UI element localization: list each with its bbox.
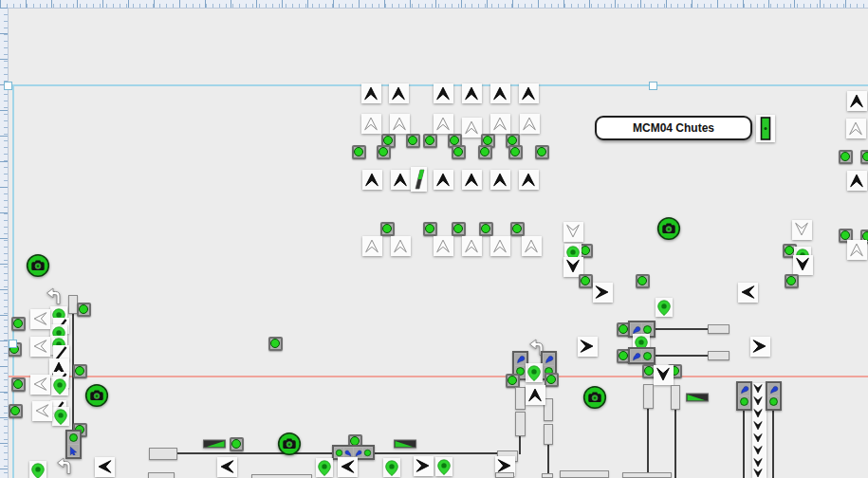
status-indicator[interactable]	[380, 222, 395, 236]
status-indicator[interactable]	[839, 150, 853, 164]
chevron-up-white-icon[interactable]	[361, 114, 381, 134]
conveyor-segment[interactable]	[708, 351, 729, 360]
conveyor-segment[interactable]	[542, 473, 553, 478]
conveyor-segment[interactable]	[544, 398, 553, 421]
conveyor-segment[interactable]	[148, 472, 175, 478]
chevron-up-black-icon[interactable]	[519, 170, 539, 190]
chevron-up-black-icon[interactable]	[389, 83, 409, 103]
chevron-left-white-icon[interactable]	[30, 337, 50, 357]
conveyor-segment[interactable]	[643, 384, 654, 409]
chevron-up-white-icon[interactable]	[520, 114, 540, 134]
chevron-up-black-icon[interactable]	[361, 83, 381, 103]
camera-icon[interactable]	[84, 383, 109, 408]
conveyor-segment[interactable]	[495, 472, 514, 478]
conveyor-segment[interactable]	[515, 387, 526, 410]
status-indicator[interactable]	[352, 145, 366, 159]
chevron-up-black-icon[interactable]	[434, 170, 453, 190]
camera-icon[interactable]	[277, 432, 302, 456]
chevron-left-black-icon[interactable]	[338, 457, 358, 477]
status-indicator[interactable]	[545, 373, 559, 387]
status-indicator[interactable]	[510, 222, 525, 236]
chevron-left-black-icon[interactable]	[738, 283, 758, 303]
status-indicator[interactable]	[636, 274, 650, 288]
device-box[interactable]	[736, 381, 752, 411]
status-indicator[interactable]	[579, 274, 593, 288]
chevron-down-black-icon[interactable]	[654, 365, 674, 385]
chevron-left-white-icon[interactable]	[32, 401, 52, 421]
chevron-up-white-icon[interactable]	[390, 114, 410, 134]
status-indicator[interactable]	[77, 303, 91, 317]
status-indicator[interactable]	[230, 437, 244, 451]
chevron-left-black-icon[interactable]	[217, 457, 237, 477]
status-indicator[interactable]	[423, 222, 437, 236]
chevron-up-white-icon[interactable]	[490, 114, 510, 134]
chevron-right-black-icon[interactable]	[750, 337, 770, 357]
chevron-up-white-icon[interactable]	[462, 118, 482, 138]
status-indicator[interactable]	[478, 145, 492, 159]
chevron-up-black-icon[interactable]	[462, 170, 482, 190]
turn-arrow-icon[interactable]	[55, 456, 74, 475]
device-box[interactable]	[65, 430, 82, 459]
chevron-up-black-icon[interactable]	[490, 83, 510, 103]
camera-icon[interactable]	[26, 253, 50, 278]
diverter-icon[interactable]	[411, 167, 427, 192]
chevron-up-white-icon[interactable]	[362, 236, 382, 256]
chevron-left-white-icon[interactable]	[30, 375, 50, 395]
speed-wedge-icon[interactable]	[394, 439, 416, 449]
location-pin-icon[interactable]	[316, 458, 333, 477]
status-indicator[interactable]	[406, 134, 420, 148]
status-indicator[interactable]	[423, 134, 437, 148]
location-pin-icon[interactable]	[656, 298, 673, 317]
chevron-up-white-icon[interactable]	[391, 236, 411, 256]
status-indicator[interactable]	[452, 222, 466, 236]
status-indicator[interactable]	[479, 222, 493, 236]
turn-arrow-icon[interactable]	[45, 286, 64, 305]
guide-handle[interactable]	[4, 82, 12, 90]
conveyor-segment[interactable]	[671, 385, 680, 410]
conveyor-segment[interactable]	[149, 448, 177, 460]
green-bar-indicator[interactable]	[756, 115, 775, 142]
chevron-down-white-icon[interactable]	[792, 220, 812, 240]
conveyor-segment[interactable]	[515, 412, 526, 436]
chevron-down-black-icon[interactable]	[752, 468, 766, 478]
chevron-up-black-icon[interactable]	[519, 83, 539, 103]
chevron-up-white-icon[interactable]	[522, 236, 542, 256]
chevron-up-white-icon[interactable]	[462, 236, 482, 256]
chevron-up-black-icon[interactable]	[526, 385, 545, 405]
conveyor-segment[interactable]	[251, 474, 312, 478]
status-indicator[interactable]	[11, 377, 26, 392]
conveyor-segment[interactable]	[544, 424, 553, 445]
label-box[interactable]: MCM04 Chutes	[595, 116, 752, 140]
chevron-up-black-icon[interactable]	[490, 170, 510, 190]
chevron-left-white-icon[interactable]	[30, 309, 50, 329]
device-box[interactable]	[766, 381, 782, 411]
chevron-right-black-icon[interactable]	[593, 283, 613, 303]
chevron-left-black-icon[interactable]	[95, 457, 115, 477]
guide-handle[interactable]	[649, 82, 657, 90]
chevron-down-black-icon[interactable]	[793, 255, 813, 275]
chevron-up-black-icon[interactable]	[847, 91, 867, 111]
status-indicator[interactable]	[377, 145, 391, 159]
speed-wedge-icon[interactable]	[203, 439, 226, 449]
chevron-up-white-icon[interactable]	[847, 240, 867, 260]
camera-icon[interactable]	[582, 385, 607, 410]
chevron-down-white-icon[interactable]	[563, 222, 583, 242]
status-indicator[interactable]	[535, 145, 549, 159]
chevron-up-black-icon[interactable]	[847, 171, 867, 191]
location-pin-icon[interactable]	[51, 377, 68, 395]
location-pin-icon[interactable]	[435, 457, 452, 476]
location-pin-icon[interactable]	[526, 363, 543, 382]
location-pin-icon[interactable]	[52, 407, 69, 426]
status-indicator[interactable]	[73, 364, 87, 378]
conveyor-segment[interactable]	[708, 324, 729, 334]
chevron-right-black-icon[interactable]	[578, 337, 598, 357]
status-indicator[interactable]	[452, 145, 466, 159]
chevron-up-white-icon[interactable]	[434, 236, 453, 256]
chevron-up-black-icon[interactable]	[391, 170, 411, 190]
chevron-up-white-icon[interactable]	[846, 119, 866, 138]
status-indicator[interactable]	[860, 150, 868, 164]
chevron-up-white-icon[interactable]	[490, 236, 510, 256]
chevron-up-black-icon[interactable]	[434, 83, 453, 103]
chevron-up-black-icon[interactable]	[362, 170, 382, 190]
guide-handle[interactable]	[9, 340, 17, 348]
